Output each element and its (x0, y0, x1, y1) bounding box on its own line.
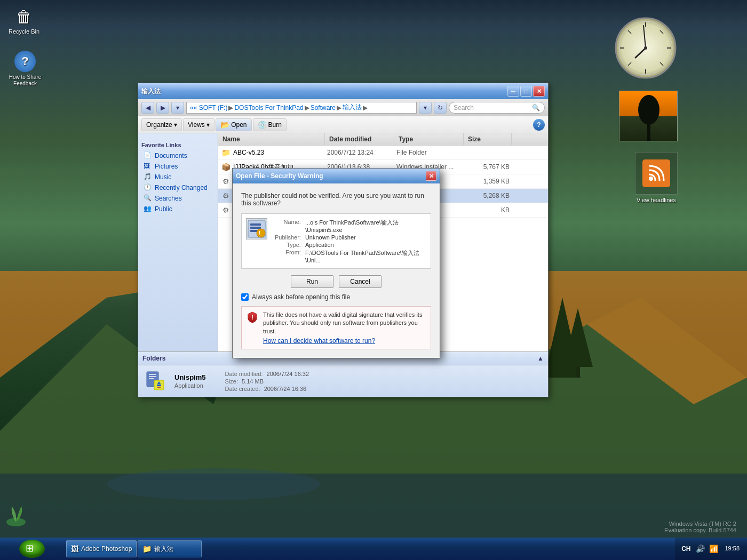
app-icon: ⚙ (220, 190, 231, 201)
dialog-title: Open File - Security Warning (236, 172, 323, 180)
system-clock[interactable]: 19:58 (721, 545, 743, 553)
date-modified-row: Date modified: 2006/7/24 16:32 (225, 371, 309, 377)
file-row[interactable]: 📁 ABC-v5.23 2006/7/12 13:24 File Folder (218, 146, 548, 160)
dialog-file-icon: ! (246, 218, 267, 239)
start-button[interactable]: ⊞ (0, 538, 64, 560)
dialog-close-button[interactable]: ✕ (426, 171, 436, 181)
maximize-button[interactable]: □ (520, 86, 532, 97)
help-button[interactable]: ? (533, 119, 545, 131)
date-modified-label: Date modified: (225, 371, 263, 377)
close-button[interactable]: ✕ (533, 86, 545, 97)
run-label: Run (306, 278, 318, 285)
svg-rect-36 (250, 230, 258, 232)
search-box[interactable]: Search 🔍 (449, 102, 545, 114)
column-size[interactable]: Size (464, 133, 512, 145)
dialog-body: The publisher could not be verified. Are… (233, 183, 440, 358)
address-dropdown[interactable]: ▾ (419, 102, 432, 114)
dialog-file-info: ! Name: ...ols For ThinkPad\Software\输入法… (241, 213, 431, 269)
sidebar-item-recently-changed[interactable]: 🕐 Recently Changed (141, 182, 214, 193)
checkbox-row: Always ask before opening this file (241, 293, 431, 301)
exe-icon: ! (247, 219, 266, 238)
column-date[interactable]: Date modified (325, 133, 394, 145)
dialog-file-details: Name: ...ols For ThinkPad\Software\输入法\U… (273, 218, 426, 264)
svg-point-23 (638, 95, 659, 125)
date-created-value: 2006/7/24 16:36 (264, 386, 307, 392)
warning-link[interactable]: How can I decide what software to run? (263, 337, 426, 345)
file-size: 5,268 KB (466, 192, 514, 199)
searches-icon: 🔍 (144, 194, 152, 203)
taskbar-item-input[interactable]: 📁 输入法 (138, 540, 202, 557)
refresh-button[interactable]: ↻ (434, 102, 447, 114)
recycle-bin-label: Recycle Bin (9, 28, 39, 35)
sidebar-item-music[interactable]: 🎵 Music (141, 172, 214, 182)
network-icon[interactable]: 📶 (708, 545, 719, 553)
column-type[interactable]: Type (394, 133, 464, 145)
volume-icon[interactable]: 🔊 (695, 545, 706, 553)
recent-button[interactable]: ▾ (171, 102, 184, 114)
svg-text:!: ! (259, 230, 260, 236)
views-button[interactable]: Views ▾ (183, 118, 214, 131)
sidebar-item-public[interactable]: 👥 Public (141, 204, 214, 214)
security-dialog: Open File - Security Warning ✕ The publi… (232, 168, 440, 358)
help-circle: ? (14, 51, 36, 72)
back-button[interactable]: ◀ (141, 102, 154, 114)
forward-button[interactable]: ▶ (156, 102, 169, 114)
path-soft[interactable]: «« SOFT (F:) (190, 104, 227, 111)
always-ask-checkbox[interactable] (241, 293, 249, 301)
desktop: 🗑 Recycle Bin ? How to Share Feedback (0, 0, 747, 560)
sidebar-item-documents[interactable]: 📄 Documents (141, 150, 214, 161)
sidebar-item-pictures[interactable]: 🖼 Pictures (141, 161, 214, 172)
explorer-titlebar: 输入法 ─ □ ✕ (138, 83, 548, 99)
music-icon: 🎵 (144, 173, 152, 181)
cancel-button[interactable]: Cancel (339, 275, 382, 288)
checkbox-label: Always ask before opening this file (252, 293, 350, 301)
address-path[interactable]: «« SOFT (F:) ▶ DOSTools For ThinkPad ▶ S… (186, 102, 417, 114)
system-tray: CH 🔊 📶 19:58 (675, 538, 747, 560)
app-icon: ⚙ (220, 205, 231, 215)
file-size: 1,359 KB (466, 178, 514, 185)
photoshop-icon: 🖼 (71, 545, 78, 553)
brand-logo (5, 501, 48, 534)
photoshop-label: Adobe Photoshop (81, 545, 132, 553)
views-label: Views ▾ (188, 121, 210, 129)
folders-label: Folders (142, 355, 165, 362)
tree-image (619, 91, 678, 141)
documents-icon: 📄 (144, 151, 152, 160)
svg-point-37 (257, 229, 265, 237)
rss-widget[interactable]: View headlines (635, 152, 678, 203)
svg-point-24 (649, 177, 653, 181)
organize-button[interactable]: Organize ▾ (141, 118, 182, 131)
column-name[interactable]: Name (218, 133, 325, 145)
clock-face (614, 16, 678, 80)
file-list-header: Name Date modified Type Size (218, 133, 548, 146)
dialog-warning-section: ! This file does not have a valid digita… (241, 306, 431, 349)
path-input[interactable]: 输入法 (343, 103, 362, 112)
status-icon-svg (145, 371, 166, 392)
taskbar-items: 🖼 Adobe Photoshop 📁 输入法 (64, 540, 675, 557)
search-placeholder: Search (454, 104, 474, 111)
svg-rect-31 (157, 385, 161, 386)
sidebar-item-searches[interactable]: 🔍 Searches (141, 193, 214, 204)
help-feedback-icon[interactable]: ? How to Share Feedback (4, 51, 46, 87)
recycle-bin-icon[interactable]: 🗑 Recycle Bin (8, 8, 40, 35)
size-label: Size: (225, 378, 238, 385)
open-button[interactable]: 📂 Open (216, 118, 251, 131)
cancel-label: Cancel (350, 278, 370, 285)
path-software[interactable]: Software (311, 104, 336, 111)
publisher-label: Publisher: (273, 234, 303, 241)
date-created-row: Date created: 2006/7/24 16:36 (225, 386, 309, 392)
type-value: Application (303, 241, 426, 249)
logo-svg (5, 501, 48, 533)
run-button[interactable]: Run (291, 275, 333, 288)
public-icon: 👥 (144, 205, 152, 213)
input-icon: 📁 (142, 545, 152, 553)
dialog-buttons: Run Cancel (241, 275, 431, 288)
status-dates: Date modified: 2006/7/24 16:32 Size: 5.1… (225, 371, 309, 392)
path-dostools[interactable]: DOSTools For ThinkPad (234, 104, 303, 111)
taskbar-item-photoshop[interactable]: 🖼 Adobe Photoshop (66, 540, 137, 557)
date-created-label: Date created: (225, 386, 260, 392)
burn-button[interactable]: 💿 Burn (253, 118, 287, 131)
size-row: Size: 5.14 MB (225, 378, 309, 385)
status-filename: Unispim5 (174, 373, 206, 381)
minimize-button[interactable]: ─ (507, 86, 519, 97)
